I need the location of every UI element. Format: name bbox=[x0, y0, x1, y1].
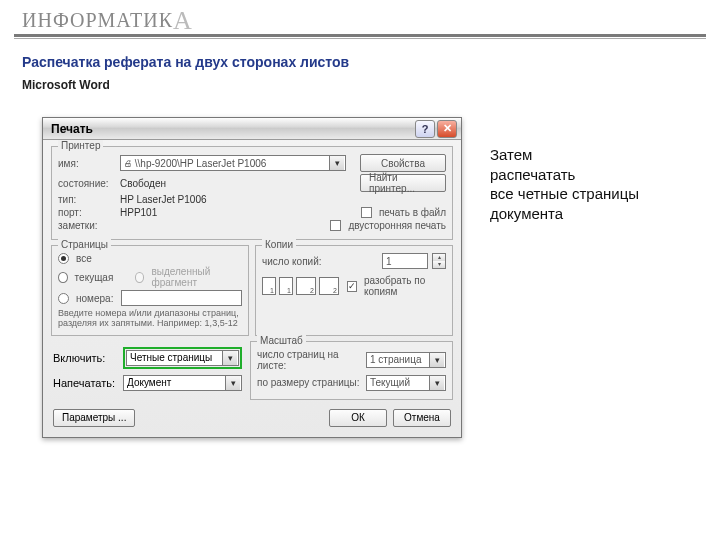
fit-page-label: по размеру страницы: bbox=[257, 377, 362, 388]
help-button[interactable]: ? bbox=[415, 120, 435, 138]
print-what-value: Документ bbox=[127, 377, 171, 388]
copies-count-label: число копий: bbox=[262, 256, 322, 267]
divider-thick bbox=[14, 34, 706, 37]
printer-properties-button[interactable]: Свойства bbox=[360, 154, 446, 172]
printer-name-value: \\hp-9200\HP LaserJet P1006 bbox=[135, 158, 267, 169]
collate-icon: 1 1 2 2 bbox=[262, 277, 339, 295]
group-copies: Копии число копий: 1 ▴▾ 1 1 2 2 bbox=[255, 245, 453, 336]
brand-header: ИНФОРМАТИКА bbox=[22, 6, 193, 36]
group-printer: Принтер имя: 🖨 \\hp-9200\HP LaserJet P10… bbox=[51, 146, 453, 240]
pages-per-sheet-combo[interactable]: 1 страница bbox=[366, 352, 446, 368]
print-what-combo[interactable]: Документ bbox=[123, 375, 242, 391]
include-value: Четные страницы bbox=[130, 352, 212, 363]
print-dialog: Печать ? ✕ Принтер имя: 🖨 \\hp-9200\HP L… bbox=[42, 117, 462, 438]
printer-name-label: имя: bbox=[58, 158, 116, 169]
dialog-title: Печать bbox=[51, 122, 93, 136]
radio-selection-label: выделенный фрагмент bbox=[151, 266, 242, 288]
find-printer-button[interactable]: Найти принтер... bbox=[360, 174, 446, 192]
parameters-button[interactable]: Параметры ... bbox=[53, 409, 135, 427]
spin-down-icon[interactable]: ▾ bbox=[433, 261, 445, 268]
group-scale-legend: Масштаб bbox=[257, 335, 306, 346]
pages-per-sheet-value: 1 страница bbox=[370, 354, 421, 365]
include-highlight: Четные страницы bbox=[123, 347, 242, 369]
ok-button[interactable]: ОК bbox=[329, 409, 387, 427]
cancel-button[interactable]: Отмена bbox=[393, 409, 451, 427]
group-printer-legend: Принтер bbox=[58, 140, 103, 151]
printer-state-value: Свободен bbox=[120, 178, 166, 189]
include-combo[interactable]: Четные страницы bbox=[126, 350, 239, 366]
fit-page-value: Текущий bbox=[370, 377, 410, 388]
page-subtitle: Microsoft Word bbox=[22, 78, 110, 92]
page-numbers-hint: Введите номера и/или диапазоны страниц, … bbox=[58, 309, 242, 329]
page-numbers-input[interactable] bbox=[121, 290, 242, 306]
printer-type-label: тип: bbox=[58, 194, 116, 205]
brand-last-letter: А bbox=[173, 6, 193, 35]
printer-state-label: состояние: bbox=[58, 178, 116, 189]
side-note: Затем распечатать все четные страницы до… bbox=[490, 145, 639, 223]
radio-numbers[interactable] bbox=[58, 293, 69, 304]
printer-notes-label: заметки: bbox=[58, 220, 116, 231]
radio-selection bbox=[135, 272, 145, 283]
page-title: Распечатка реферата на двух сторонах лис… bbox=[22, 54, 349, 70]
pages-per-sheet-label: число страниц на листе: bbox=[257, 349, 362, 371]
printer-type-value: HP LaserJet P1006 bbox=[120, 194, 207, 205]
print-what-label: Напечатать: bbox=[53, 377, 119, 389]
brand-text: ИНФОРМАТИК bbox=[22, 9, 173, 31]
group-pages: Страницы все текущая выделенный фрагмент… bbox=[51, 245, 249, 336]
group-copies-legend: Копии bbox=[262, 239, 296, 250]
radio-current-label: текущая bbox=[75, 272, 114, 283]
duplex-label: двусторонняя печать bbox=[348, 220, 446, 231]
printer-name-combo[interactable]: 🖨 \\hp-9200\HP LaserJet P1006 bbox=[120, 155, 346, 171]
collate-label: разобрать по копиям bbox=[364, 275, 446, 297]
copies-spinner[interactable]: ▴▾ bbox=[432, 253, 446, 269]
close-button[interactable]: ✕ bbox=[437, 120, 457, 138]
copies-count-input[interactable]: 1 bbox=[382, 253, 428, 269]
dialog-titlebar[interactable]: Печать ? ✕ bbox=[43, 118, 461, 140]
radio-current[interactable] bbox=[58, 272, 68, 283]
radio-numbers-label: номера: bbox=[76, 293, 113, 304]
radio-all-label: все bbox=[76, 253, 92, 264]
radio-all[interactable] bbox=[58, 253, 69, 264]
divider-thin bbox=[14, 38, 706, 39]
print-to-file-label: печать в файл bbox=[379, 207, 446, 218]
spin-up-icon[interactable]: ▴ bbox=[433, 254, 445, 261]
group-pages-legend: Страницы bbox=[58, 239, 111, 250]
collate-checkbox[interactable] bbox=[347, 281, 357, 292]
fit-page-combo[interactable]: Текущий bbox=[366, 375, 446, 391]
print-to-file-checkbox[interactable] bbox=[361, 207, 372, 218]
include-label: Включить: bbox=[53, 352, 119, 364]
group-scale: Масштаб число страниц на листе: 1 страни… bbox=[250, 341, 453, 400]
printer-port-value: HPP101 bbox=[120, 207, 157, 218]
printer-port-label: порт: bbox=[58, 207, 116, 218]
duplex-checkbox[interactable] bbox=[330, 220, 341, 231]
